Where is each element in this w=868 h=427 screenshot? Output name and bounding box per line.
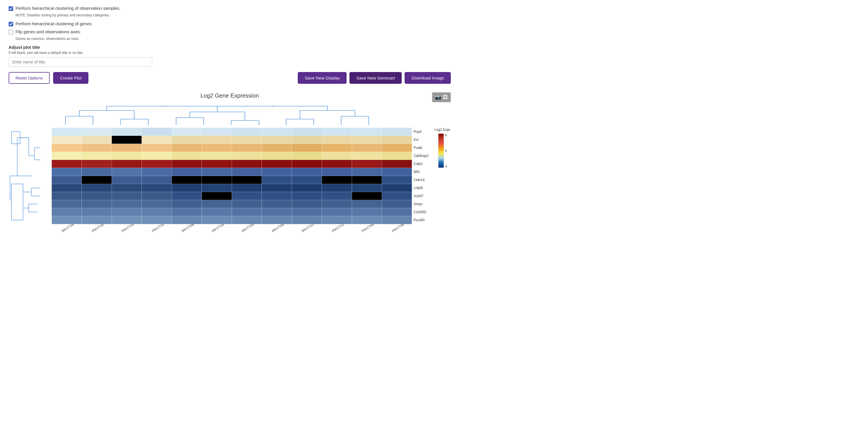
flip-axes-checkbox[interactable] — [9, 30, 13, 34]
svg-rect-164 — [232, 192, 262, 200]
svg-rect-84 — [352, 136, 382, 144]
svg-rect-91 — [202, 144, 232, 152]
svg-rect-160 — [112, 192, 142, 200]
hierarchical-obs-label: Perform hierarchical clustering of obser… — [16, 6, 120, 11]
hierarchical-genes-checkbox[interactable] — [9, 22, 13, 26]
legend-label-low: 4 — [445, 164, 447, 168]
svg-rect-191 — [322, 208, 352, 216]
svg-rect-115 — [202, 160, 232, 168]
y-label: Pou4f3 — [412, 216, 429, 224]
svg-rect-79 — [202, 136, 232, 144]
svg-rect-173 — [142, 200, 172, 208]
svg-rect-190 — [292, 208, 322, 216]
svg-rect-132 — [352, 168, 382, 176]
svg-rect-172 — [112, 200, 142, 208]
svg-rect-124 — [112, 168, 142, 176]
svg-rect-65 — [142, 128, 172, 136]
svg-rect-176 — [232, 200, 262, 208]
svg-rect-113 — [142, 160, 172, 168]
hierarchical-genes-label: Perform hierarchical clustering of genes… — [16, 21, 92, 26]
legend-label-high: 8 — [445, 133, 447, 137]
reset-options-button[interactable]: Reset Options — [9, 72, 50, 84]
svg-rect-123 — [82, 168, 112, 176]
plot-title-input[interactable] — [9, 57, 152, 67]
svg-rect-189 — [262, 208, 292, 216]
svg-rect-88 — [112, 144, 142, 152]
svg-rect-101 — [142, 152, 172, 160]
svg-rect-83 — [322, 136, 352, 144]
svg-rect-143 — [322, 176, 352, 184]
create-plot-button[interactable]: Create Plot — [53, 72, 88, 84]
left-dendrogram — [9, 105, 52, 225]
svg-rect-125 — [142, 168, 172, 176]
svg-rect-78 — [172, 136, 202, 144]
svg-rect-120 — [352, 160, 382, 168]
y-label: Smpx — [412, 200, 429, 208]
flip-axes-label: Flip genes and observations axes. — [16, 29, 81, 34]
svg-rect-134 — [52, 176, 82, 184]
camera-icon[interactable]: 📷 🖼 — [432, 92, 451, 102]
svg-rect-103 — [202, 152, 232, 160]
svg-rect-138 — [172, 176, 202, 184]
svg-rect-193 — [382, 208, 412, 216]
chart-title: Log2 Gene Expression — [9, 92, 451, 99]
svg-rect-122 — [52, 168, 82, 176]
top-dendrogram — [52, 105, 412, 128]
legend-label-mid: 6 — [445, 149, 447, 152]
svg-rect-162 — [172, 192, 202, 200]
svg-rect-135 — [82, 176, 112, 184]
svg-rect-151 — [202, 184, 232, 192]
heatmap-main: adx;CT24sha;CT20sha;CT16sha;CT24adx;CT08… — [52, 105, 412, 240]
svg-rect-184 — [112, 208, 142, 216]
svg-rect-89 — [142, 144, 172, 152]
svg-rect-175 — [202, 200, 232, 208]
svg-rect-70 — [292, 128, 322, 136]
hierarchical-obs-checkbox[interactable] — [9, 6, 13, 11]
svg-rect-87 — [82, 144, 112, 152]
svg-rect-142 — [292, 176, 322, 184]
svg-rect-128 — [232, 168, 262, 176]
svg-rect-163 — [202, 192, 232, 200]
svg-rect-186 — [172, 208, 202, 216]
svg-rect-174 — [172, 200, 202, 208]
svg-rect-119 — [322, 160, 352, 168]
svg-rect-192 — [352, 208, 382, 216]
svg-rect-93 — [262, 144, 292, 152]
svg-rect-169 — [382, 192, 412, 200]
svg-rect-90 — [172, 144, 202, 152]
save-new-display-button[interactable]: Save New Display — [298, 72, 347, 84]
y-label: Lhfpl5 — [412, 184, 429, 192]
legend-gradient-bar — [438, 133, 444, 168]
svg-rect-121 — [382, 160, 412, 168]
chart-container: 📷 🖼 Log2 Gene Expression — [9, 92, 451, 240]
download-image-button[interactable]: Download Image — [405, 72, 451, 84]
svg-rect-147 — [82, 184, 112, 192]
svg-rect-98 — [52, 152, 82, 160]
svg-rect-116 — [232, 160, 262, 168]
svg-rect-77 — [142, 136, 172, 144]
svg-rect-99 — [82, 152, 112, 160]
svg-rect-148 — [112, 184, 142, 192]
save-new-genecart-button[interactable]: Save New Genecart — [349, 72, 402, 84]
svg-rect-73 — [382, 128, 412, 136]
svg-rect-75 — [82, 136, 112, 144]
y-label: Evl — [412, 136, 429, 144]
svg-rect-137 — [142, 176, 172, 184]
svg-rect-110 — [52, 160, 82, 168]
svg-rect-96 — [352, 144, 382, 152]
svg-rect-153 — [262, 184, 292, 192]
svg-rect-165 — [262, 192, 292, 200]
svg-rect-72 — [352, 128, 382, 136]
svg-rect-180 — [352, 200, 382, 208]
svg-rect-133 — [382, 168, 412, 176]
svg-rect-126 — [172, 168, 202, 176]
svg-rect-171 — [82, 200, 112, 208]
svg-rect-95 — [322, 144, 352, 152]
svg-rect-182 — [52, 208, 82, 216]
svg-rect-108 — [352, 152, 382, 160]
svg-rect-179 — [322, 200, 352, 208]
svg-rect-154 — [292, 184, 322, 192]
legend-scale-labels: 8 6 4 — [445, 133, 447, 168]
svg-rect-112 — [112, 160, 142, 168]
svg-rect-66 — [172, 128, 202, 136]
